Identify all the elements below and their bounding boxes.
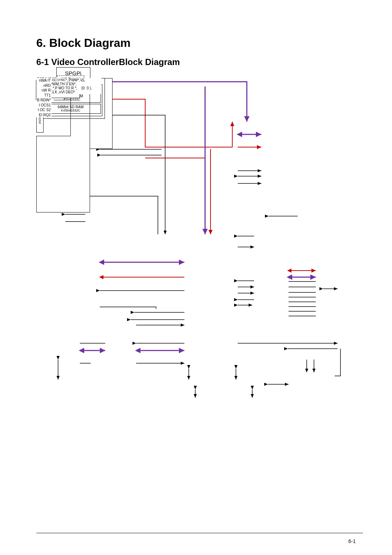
page-number: 6-1: [348, 538, 356, 544]
footer-rule: [36, 533, 363, 533]
block-diagram: ROM 100PIN DIMM 29LV 16016M bit Flash M …: [36, 78, 356, 441]
lbl-netright: nWA IT nRD nW R TT1 B RDIN* I OCS1 I OC …: [36, 78, 52, 117]
section-title: 6. Block Diagram: [36, 36, 363, 50]
subsection-title: 6-1 Video ControllerBlock Diagram: [36, 57, 363, 67]
